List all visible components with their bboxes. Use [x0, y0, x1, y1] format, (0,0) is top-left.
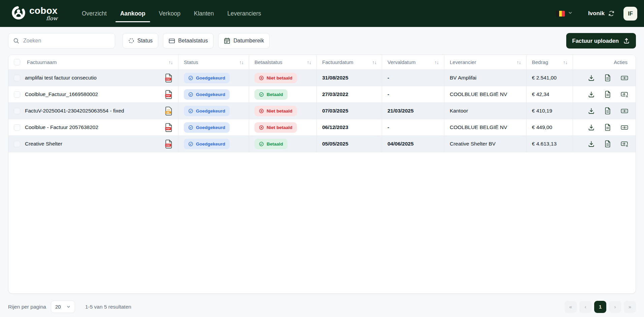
mark-paid-action-button[interactable] [621, 107, 628, 115]
view-document-action-button[interactable] [604, 124, 611, 131]
status-badge-approved: Goedgekeurd [184, 139, 230, 149]
table-row[interactable]: FactuV-20250041-23042025063554 - fixed</… [8, 103, 636, 119]
mark-paid-action-button[interactable] [621, 124, 628, 131]
nav-tab-leveranciers[interactable]: Leveranciers [227, 0, 261, 27]
invoice-name-cell: FactuV-20250041-23042025063554 - fixed</… [8, 103, 178, 119]
status-label: Goedgekeurd [196, 125, 225, 130]
svg-text:XML: XML [166, 111, 170, 113]
mark-paid-action-button[interactable] [621, 74, 628, 82]
filter-button-datumbereik[interactable]: Datumbereik [218, 33, 270, 49]
column-header-status: Status↑↓ [178, 55, 249, 69]
chevron-down-icon [568, 10, 573, 17]
download-action-button[interactable] [588, 74, 595, 82]
rows-per-page-select[interactable]: 20 [51, 300, 75, 313]
payment-status-cell: Niet betaald [249, 103, 316, 119]
upload-button-label: Factuur uploaden [572, 38, 619, 44]
dashed-circle-icon [128, 38, 134, 44]
user-name: Ivonik [588, 10, 605, 17]
invoice-name-cell: Coolblue - Factuur 2057638202PDF [8, 119, 178, 135]
nav-tab-overzicht[interactable]: Overzicht [82, 0, 107, 27]
mark-unpaid-action-button[interactable] [621, 91, 628, 98]
status-label: Goedgekeurd [196, 141, 225, 147]
nav-tab-aankoop[interactable]: Aankoop [120, 0, 145, 27]
row-checkbox[interactable] [14, 75, 20, 81]
select-all-checkbox[interactable] [14, 59, 20, 65]
invoice-name: FactuV-20250041-23042025063554 - fixed [25, 108, 124, 114]
view-document-action-button[interactable] [604, 74, 611, 82]
download-action-button[interactable] [588, 124, 595, 131]
pagination-last-button[interactable]: » [624, 301, 636, 313]
row-checkbox[interactable] [14, 108, 20, 114]
sync-icon[interactable] [608, 10, 615, 17]
sort-icon[interactable]: ↑↓ [563, 60, 568, 65]
actions-cell [573, 136, 636, 152]
status-badge-approved: Goedgekeurd [184, 89, 230, 100]
download-action-button[interactable] [588, 107, 595, 115]
sort-icon[interactable]: ↑↓ [307, 60, 311, 65]
table-row[interactable]: amplifai test factuur consecutioPDFGoedg… [8, 70, 636, 86]
x-circle-icon [259, 75, 264, 81]
filter-button-betaalstatus[interactable]: Betaalstatus [163, 33, 213, 49]
supplier-cell: Kantoor [444, 103, 526, 119]
download-action-button[interactable] [588, 140, 595, 148]
amount-cell: € 42,34 [526, 86, 573, 102]
pagination-first-button[interactable]: « [565, 301, 577, 313]
row-checkbox[interactable] [14, 124, 20, 131]
pdf-file-icon: PDF [162, 139, 173, 149]
actions-cell [573, 70, 636, 86]
language-selector[interactable] [556, 10, 573, 17]
sort-icon[interactable]: ↑↓ [169, 60, 173, 65]
flag-stripe [559, 11, 562, 17]
pagination: « ‹ 1 › » [565, 301, 636, 313]
column-header-factuurdatum: Factuurdatum↑↓ [316, 55, 382, 69]
table-row[interactable]: Creative ShelterPDFGoedgekeurdBetaald05/… [8, 136, 636, 152]
nav-tab-klanten[interactable]: Klanten [194, 0, 214, 27]
download-action-button[interactable] [588, 91, 595, 98]
nav-tab-verkoop[interactable]: Verkoop [159, 0, 180, 27]
avatar[interactable]: IF [623, 7, 637, 21]
pagination-current-page[interactable]: 1 [594, 301, 606, 313]
table-row[interactable]: Coolblue - Factuur 2057638202PDFGoedgeke… [8, 119, 636, 136]
row-checkbox[interactable] [14, 91, 20, 98]
supplier-cell: COOLBLUE BELGIË NV [444, 119, 526, 135]
sort-icon[interactable]: ↑↓ [435, 60, 439, 65]
svg-text:</>: </> [167, 108, 170, 111]
search-icon [13, 38, 19, 44]
sort-icon[interactable]: ↑↓ [517, 60, 521, 65]
calendar-icon [224, 37, 230, 44]
column-header-betaalstatus: Betaalstatus↑↓ [249, 55, 316, 69]
flag-stripe [562, 11, 565, 17]
payment-badge-paid: Betaald [255, 139, 287, 149]
view-document-action-button[interactable] [604, 107, 611, 115]
sort-icon[interactable]: ↑↓ [239, 60, 244, 65]
payment-badge-unpaid: Niet betaald [255, 73, 297, 83]
row-checkbox[interactable] [14, 141, 20, 147]
due-date-cell: 04/06/2025 [382, 136, 444, 152]
payment-status-cell: Niet betaald [249, 119, 316, 135]
invoice-name-cell: Coolblue_Factuur_1669580002PDF [8, 86, 178, 102]
payment-status-cell: Betaald [249, 86, 316, 102]
upload-invoice-button[interactable]: Factuur uploaden [566, 33, 636, 49]
amount-cell: € 2.541,00 [526, 70, 573, 86]
due-date-cell: 21/03/2025 [382, 103, 444, 119]
status-cell: Goedgekeurd [178, 86, 249, 102]
search-box [8, 33, 115, 49]
chevron-down-icon [66, 305, 71, 309]
table-row[interactable]: Coolblue_Factuur_1669580002PDFGoedgekeur… [8, 86, 636, 103]
filter-button-status[interactable]: Status [123, 33, 158, 49]
column-header-bedrag: Bedrag↑↓ [526, 55, 573, 69]
svg-text:PDF: PDF [166, 128, 170, 130]
view-document-action-button[interactable] [604, 140, 611, 148]
x-circle-icon [259, 125, 264, 130]
view-document-action-button[interactable] [604, 91, 611, 98]
sort-icon[interactable]: ↑↓ [372, 60, 377, 65]
payment-status-cell: Betaald [249, 136, 316, 152]
upload-icon [623, 37, 630, 44]
mark-unpaid-action-button[interactable] [621, 140, 628, 148]
pagination-prev-button[interactable]: ‹ [579, 301, 591, 313]
pagination-next-button[interactable]: › [609, 301, 621, 313]
status-label: Goedgekeurd [196, 92, 225, 97]
column-label: Status [184, 59, 198, 65]
pdf-file-icon: PDF [162, 90, 173, 99]
search-input[interactable] [23, 37, 110, 44]
